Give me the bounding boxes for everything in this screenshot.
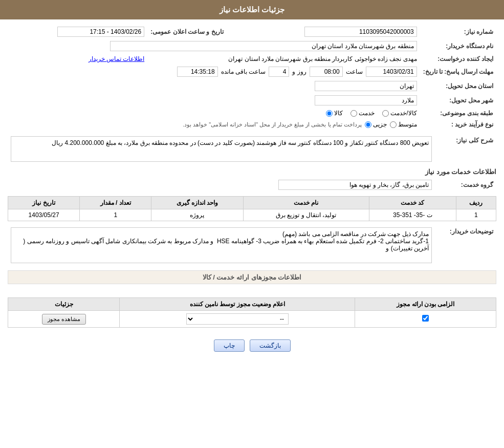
purchase-note: پرداخت تمام یا بخشی از مبلغ خریدار از مح… — [183, 121, 362, 128]
license-table-row: -- مشاهده مجوز — [8, 311, 496, 328]
col-service-code: کد خدمت — [369, 197, 456, 209]
row-service-group: گروه خدمت: — [8, 178, 496, 192]
announce-date-input[interactable] — [57, 27, 144, 37]
need-desc-label: شرح کلی نیاز: — [435, 134, 496, 164]
page-header: جزئیات اطلاعات نیاز — [0, 0, 504, 19]
buyer-org-input[interactable] — [110, 41, 417, 51]
need-number-value — [242, 25, 420, 39]
view-license-button[interactable]: مشاهده مجوز — [42, 314, 86, 325]
response-time-label: ساعت — [346, 68, 363, 75]
service-group-table: گروه خدمت: — [8, 178, 496, 192]
response-time-input[interactable] — [310, 67, 343, 77]
row-need-number: شماره نیاز: تاریخ و ساعت اعلان عمومی: — [8, 25, 496, 39]
service-table-row: 1 ت -35- 351-35 تولید، انتقال و توزیع بر… — [8, 209, 496, 221]
category-radio-group: کالا/خدمت خدمت کالا — [11, 110, 417, 117]
purchase-option-mutavas[interactable]: متوسط — [390, 121, 417, 128]
announce-date-label: تاریخ و ساعت اعلان عمومی: — [147, 25, 226, 39]
col-row-num: ردیف — [456, 197, 496, 209]
buyer-notes-text: مدارک ذیل جهت شرکت در مناقصه الزامی می ب… — [21, 230, 429, 252]
services-table: ردیف کد خدمت نام خدمت واحد اندازه گیری ت… — [8, 196, 496, 221]
row-category: طبقه بندی موضوعی: کالا/خدمت خدمت کالا — [8, 108, 496, 119]
cell-service-code: ت -35- 351-35 — [369, 209, 456, 221]
category-kala-label: کالا — [334, 110, 343, 117]
cell-unit: پروژه — [151, 209, 243, 221]
need-desc-table: شرح کلی نیاز: تعویض 800 دستگاه کنتور تکف… — [8, 134, 496, 164]
category-label: طبقه بندی موضوعی: — [420, 108, 496, 119]
license-status-select[interactable]: -- — [186, 313, 289, 325]
creator-label: ایجاد کننده درخواست: — [420, 53, 496, 65]
license-table: الزامی بودن ارائه مجوز اعلام وضعیت مجوز … — [8, 297, 496, 328]
page-title: جزئیات اطلاعات نیاز — [220, 5, 284, 14]
province-input[interactable] — [315, 81, 417, 91]
category-radio-kala-khedmat[interactable] — [382, 110, 389, 117]
response-date-input[interactable] — [366, 67, 417, 77]
service-group-input[interactable] — [278, 180, 432, 190]
need-desc-box: تعویض 800 دستگاه کنتور تکفاز و 100 دستگا… — [11, 136, 432, 162]
cell-row-num: 1 — [456, 209, 496, 221]
response-deadline-label: مهلت ارسال پاسخ: تا تاریخ: — [420, 65, 496, 79]
col-qty: تعداد / مقدار — [80, 197, 151, 209]
buyer-notes-label: توضیحات خریدار: — [435, 225, 496, 265]
need-desc-text: تعویض 800 دستگاه کنتور تکفاز و 100 دستگا… — [52, 139, 429, 146]
license-required-checkbox[interactable] — [422, 315, 429, 322]
col-license-status: اعلام وضعیت مجوز توسط نامین کننده — [120, 298, 355, 311]
category-option-kala-khedmat[interactable]: کالا/خدمت — [382, 110, 417, 117]
city-input[interactable] — [315, 95, 417, 105]
services-table-header-row: ردیف کد خدمت نام خدمت واحد اندازه گیری ت… — [8, 197, 496, 209]
cell-service-name: تولید، انتقال و توزیع برق — [243, 209, 369, 221]
service-group-label: گروه خدمت: — [435, 178, 496, 192]
row-creator: ایجاد کننده درخواست: مهدی نجف زاده خواجو… — [8, 53, 496, 65]
response-days-input[interactable] — [269, 67, 289, 77]
need-number-label: شماره نیاز: — [420, 25, 496, 39]
announce-date-value — [8, 25, 147, 39]
response-remaining-input[interactable] — [177, 67, 218, 77]
buyer-notes-table: توضیحات خریدار: مدارک ذیل جهت شرکت در من… — [8, 225, 496, 265]
row-buyer-notes: توضیحات خریدار: مدارک ذیل جهت شرکت در من… — [8, 225, 496, 265]
cell-license-details: مشاهده مجوز — [8, 311, 120, 328]
col-unit: واحد اندازه گیری — [151, 197, 243, 209]
service-info-title: اطلاعات خدمات مورد نیاز — [8, 168, 496, 176]
purchase-type-row: متوسط جزیی پرداخت تمام یا بخشی از مبلغ خ… — [11, 121, 417, 128]
row-response-deadline: مهلت ارسال پاسخ: تا تاریخ: ساعت روز و سا… — [8, 65, 496, 79]
print-button[interactable]: چاپ — [214, 339, 245, 352]
row-province: استان محل تحویل: — [8, 79, 496, 93]
row-buyer-org: نام دستگاه خریدار: — [8, 39, 496, 53]
buyer-notes-box: مدارک ذیل جهت شرکت در مناقصه الزامی می ب… — [11, 227, 432, 263]
city-label: شهر محل تحویل: — [420, 93, 496, 108]
back-button[interactable]: بازگشت — [250, 339, 291, 352]
category-option-kala[interactable]: کالا — [326, 110, 343, 117]
purchase-option-jozi[interactable]: جزیی — [365, 121, 387, 128]
response-days-label: روز و — [292, 68, 306, 75]
creator-contact-link[interactable]: اطلاعات تماس خریدار — [89, 55, 145, 62]
creator-value: مهدی نجف زاده خواجوئی کاربردار منطقه برق… — [228, 55, 417, 62]
buyer-org-label: نام دستگاه خریدار: — [420, 39, 496, 53]
page-wrapper: جزئیات اطلاعات نیاز شماره نیاز: تاریخ و … — [0, 0, 504, 448]
deadline-row: ساعت روز و ساعت باقی مانده — [11, 67, 417, 77]
cell-qty: 1 — [80, 209, 151, 221]
purchase-radio-jozi[interactable] — [365, 121, 371, 128]
purchase-type-label: نوع فرآیند خرید : — [420, 119, 496, 130]
cell-need-date: 1403/05/27 — [8, 209, 80, 221]
footer-buttons: بازگشت چاپ — [8, 332, 496, 359]
category-radio-kala[interactable] — [326, 110, 333, 117]
category-option-khedmat[interactable]: خدمت — [350, 110, 375, 117]
row-purchase-type: نوع فرآیند خرید : متوسط جزیی پرداخت تمام… — [8, 119, 496, 130]
row-need-desc: شرح کلی نیاز: تعویض 800 دستگاه کنتور تکف… — [8, 134, 496, 164]
category-radio-khedmat[interactable] — [350, 110, 357, 117]
content-area: شماره نیاز: تاریخ و ساعت اعلان عمومی: نا… — [0, 19, 504, 365]
col-need-date: تاریخ نیاز — [8, 197, 80, 209]
col-license-details: جزئیات — [8, 298, 120, 311]
response-remaining-label: ساعت باقی مانده — [221, 68, 266, 75]
need-number-input[interactable] — [304, 27, 417, 37]
category-khedmat-label: خدمت — [359, 110, 375, 117]
category-kala-khedmat-label: کالا/خدمت — [390, 110, 417, 117]
info-table: شماره نیاز: تاریخ و ساعت اعلان عمومی: نا… — [8, 25, 496, 130]
col-license-required: الزامی بودن ارائه مجوز — [355, 298, 496, 311]
cell-license-status: -- — [120, 311, 355, 328]
license-table-header-row: الزامی بودن ارائه مجوز اعلام وضعیت مجوز … — [8, 298, 496, 311]
province-label: استان محل تحویل: — [420, 79, 496, 93]
license-info-title: اطلاعات مجوزهای ارائه خدمت / کالا — [8, 270, 496, 284]
col-service-name: نام خدمت — [243, 197, 369, 209]
purchase-radio-mutavas[interactable] — [390, 121, 397, 128]
row-city: شهر محل تحویل: — [8, 93, 496, 108]
